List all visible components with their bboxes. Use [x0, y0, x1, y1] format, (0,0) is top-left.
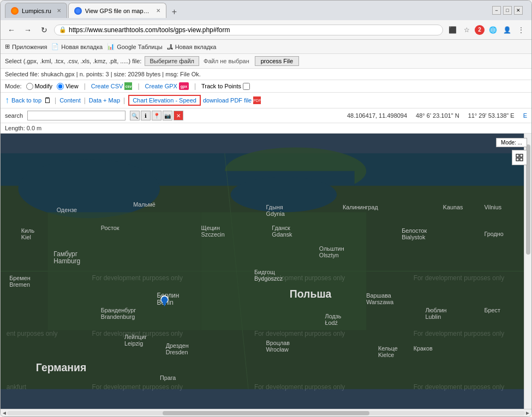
fullscreen-icon [516, 154, 523, 161]
svg-text:Гдыня: Гдыня [266, 204, 283, 210]
svg-text:Бранденбург: Бранденбург [101, 307, 136, 313]
bookmark-new-tab-1-label: Новая вкладка [61, 44, 103, 50]
create-gpx-link[interactable]: Create GPX gpx [145, 82, 189, 90]
create-csv-label: Create CSV [91, 83, 123, 89]
close-button[interactable]: ✕ [514, 6, 523, 15]
svg-text:Łodź: Łodź [325, 319, 338, 326]
download-pdf-link[interactable]: download PDF file PDF [203, 96, 261, 104]
csv-icon: csv [124, 82, 132, 90]
marker-tool-icon[interactable]: 📍 [152, 111, 162, 120]
svg-text:For development purposes only: For development purposes only [92, 330, 183, 337]
browser-window: Lumpics.ru ✕ View GPS file on map, GPX, … [0, 0, 532, 417]
bookmark-apps[interactable]: ⊞ Приложения [5, 43, 47, 50]
bookmark-google-sheets-label: Google Таблицы [117, 44, 162, 50]
url-input[interactable] [69, 26, 438, 34]
info-tool-icon[interactable]: ℹ [141, 111, 151, 120]
forward-button[interactable]: → [21, 23, 34, 37]
svg-point-4 [231, 177, 337, 213]
separator-4: | [55, 96, 56, 104]
svg-text:Bialystok: Bialystok [402, 234, 426, 240]
sheets-icon: 📊 [107, 43, 115, 50]
svg-text:Краков: Краков [414, 345, 433, 352]
selected-file-info: Selected file: shukach.gpx | n. points: … [5, 71, 201, 77]
svg-point-5 [18, 159, 159, 218]
chart-elevation-speed-button[interactable]: Chart Elevation - Speed [128, 95, 201, 106]
bookmark-google-sheets[interactable]: 📊 Google Таблицы [107, 43, 162, 50]
create-gpx-label: Create GPX [145, 83, 177, 89]
download-pdf-label: download PDF file [203, 97, 252, 104]
process-file-button[interactable]: process File [255, 56, 299, 66]
selected-file-row: Selected file: shukach.gpx | n. points: … [1, 69, 531, 80]
image-icon: 🏞 [167, 44, 173, 50]
search-input[interactable] [27, 111, 125, 120]
camera-tool-icon[interactable]: 📷 [163, 111, 172, 120]
coords-dms-lon: 11° 29' 53.138" E [468, 112, 515, 119]
choose-file-button[interactable]: Выберите файл [145, 56, 199, 66]
file-select-label: Select (.gpx, .kml, .tcx, .csv, .xls, .k… [5, 58, 141, 64]
scroll-left-btn[interactable]: ◄ [2, 410, 7, 416]
bookmark-new-tab-2[interactable]: 🏞 Новая вкладка [167, 44, 217, 50]
delete-tool-icon[interactable]: ✕ [174, 111, 183, 120]
new-tab-button[interactable]: + [168, 6, 181, 18]
tab-gps-view[interactable]: View GPS file on map, GPX, KML ✕ [68, 3, 166, 18]
bookmark-new-tab-2-label: Новая вкладка [175, 44, 217, 50]
svg-text:Gdynia: Gdynia [266, 210, 284, 217]
mode-view-option[interactable]: View [57, 83, 79, 90]
svg-text:For development purposes only: For development purposes only [414, 383, 504, 391]
back-button[interactable]: ← [5, 23, 18, 37]
search-label: search [5, 112, 23, 119]
svg-text:Warszawa: Warszawa [366, 299, 393, 305]
scroll-right-btn[interactable]: ► [525, 410, 530, 416]
track-to-points-checkbox[interactable] [243, 83, 250, 90]
map-fullscreen-button[interactable] [512, 150, 527, 165]
file-not-chosen-label: Файл не выбран [201, 58, 252, 64]
svg-text:Dresden: Dresden [166, 349, 188, 355]
minimize-button[interactable]: − [492, 6, 501, 15]
length-row: Length: 0.0 m [1, 123, 531, 134]
bookmarks-bar: ⊞ Приложения 📄 Новая вкладка 📊 Google Та… [1, 40, 531, 54]
track-to-points-option[interactable]: Track to Points [201, 83, 250, 90]
tab-lumpics-close[interactable]: ✕ [57, 8, 61, 14]
scroll-track [7, 411, 525, 415]
tab-gps-close[interactable]: ✕ [156, 8, 160, 14]
search-coords-row: search 🔍 ℹ 📍 📷 ✕ 48.106417, 11.498094 48… [1, 108, 531, 123]
coords-display: 48.106417, 11.498094 48° 6' 23.101" N 11… [347, 112, 527, 119]
restore-button[interactable]: □ [503, 6, 512, 15]
refresh-button[interactable]: ↻ [38, 23, 51, 37]
bookmark-apps-label: Приложения [12, 44, 47, 50]
svg-text:Белосток: Белосток [402, 227, 427, 234]
svg-text:For development purposes only: For development purposes only [254, 383, 345, 391]
tab-lumpics[interactable]: Lumpics.ru ✕ [5, 3, 67, 18]
svg-text:Бремен: Бремен [9, 275, 31, 281]
separator-6: | [123, 96, 125, 104]
search-tool-icon[interactable]: 🔍 [130, 111, 140, 120]
vertical-scrollbar[interactable] [524, 134, 531, 409]
map-mode-button[interactable]: Mode: ... [496, 138, 527, 147]
map-area[interactable]: Одензе Мальмё Гдыня Gdynia Калининград K… [1, 134, 531, 409]
bookmark-star-icon[interactable]: ☆ [461, 24, 473, 36]
address-bar[interactable]: 🔒 [54, 25, 443, 35]
profile-extension-icon[interactable]: 2 [475, 25, 485, 35]
lock-icon: 🔒 [59, 26, 67, 33]
profile-icon[interactable]: 👤 [501, 24, 513, 36]
data-map-link[interactable]: Data + Map [89, 97, 120, 104]
bookmark-new-tab-1[interactable]: 📄 Новая вкладка [51, 43, 103, 50]
content-link[interactable]: Content [59, 97, 81, 104]
svg-rect-74 [520, 158, 523, 161]
globe-icon[interactable]: 🌐 [487, 24, 499, 36]
create-csv-link[interactable]: Create CSV csv [91, 82, 133, 90]
mode-view-radio[interactable] [57, 83, 64, 90]
menu-icon[interactable]: ⋮ [515, 24, 527, 36]
mode-modify-radio[interactable] [26, 83, 33, 90]
svg-text:Варшава: Варшава [366, 292, 391, 299]
mode-modify-option[interactable]: Modify [26, 83, 52, 90]
svg-text:Lublin: Lublin [425, 313, 441, 320]
svg-text:Одензе: Одензе [57, 207, 77, 213]
back-to-top-link[interactable]: Back to top [11, 97, 41, 104]
title-bar: Lumpics.ru ✕ View GPS file on map, GPX, … [1, 1, 531, 20]
svg-text:For development purposes only: For development purposes only [92, 383, 183, 391]
horizontal-scrollbar[interactable]: ◄ ► [1, 409, 531, 416]
map-svg: Одензе Мальмё Гдыня Gdynia Калининград K… [1, 134, 531, 409]
horizontal-scroll-thumb[interactable] [163, 411, 370, 415]
cast-icon[interactable]: ⬛ [446, 24, 458, 36]
